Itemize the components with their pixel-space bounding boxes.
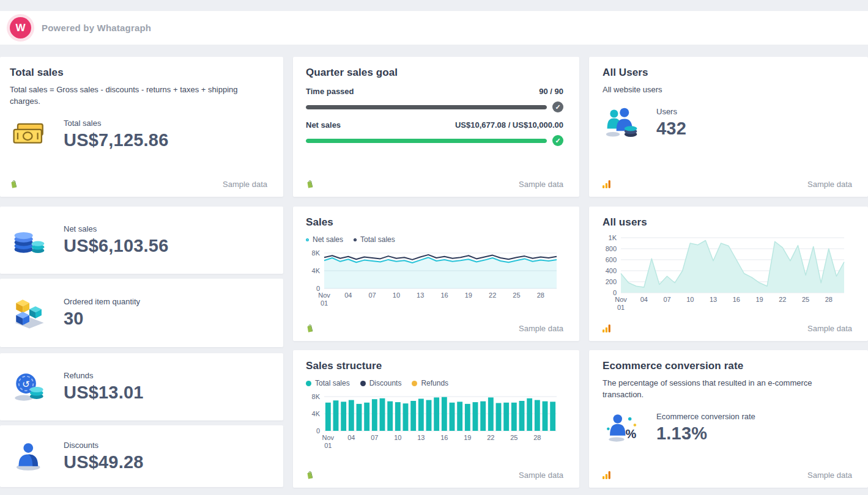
ordered-item-quantity-card: Ordered item quantity 30 [0,279,283,347]
top-header: W Powered by Whatagraph [0,11,868,45]
metric-row: Users 432 [603,103,852,142]
svg-text:28: 28 [825,296,833,303]
whatagraph-logo[interactable]: W [10,17,31,38]
column-right: All Users All website users [589,57,868,488]
svg-text:10: 10 [394,434,401,441]
shopify-bag-icon [306,471,314,480]
metric-row: Discounts US$49.28 [10,437,144,476]
card-title: Ecommerce conversion rate [603,360,852,372]
card-title: All Users [603,67,852,79]
svg-text:8K: 8K [312,251,321,257]
chart-legend: Net salesTotal sales [306,235,563,244]
analytics-bars-icon [603,324,610,332]
progress-fill [306,139,547,143]
column-middle: Quarter sales goal Time passed 90 / 90 ✓… [293,57,579,488]
card-title: Total sales [10,67,267,79]
metric-label: Discounts [64,441,144,450]
legend-item: Discounts [360,379,402,387]
shopify-bag-icon [306,180,314,189]
card-footer: Sample data [306,324,563,333]
card-title: Sales structure [306,360,563,372]
card-footer: Sample data [603,324,852,333]
shopify-bag-icon [306,324,314,333]
svg-text:07: 07 [663,296,670,303]
svg-text:4K: 4K [312,410,321,417]
dashboard-grid: Total sales Total sales = Gross sales - … [0,57,868,488]
card-footer: Sample data [10,180,267,189]
metric-row: Net sales US$6,103.56 [10,221,169,260]
svg-text:16: 16 [440,292,448,299]
refunds-card: ↺ Refunds US$13.01 [0,353,283,420]
goal-value: US$10,677.08 / US$10,000.00 [455,120,563,130]
metric-row: Ordered item quantity 30 [10,293,140,332]
svg-text:13: 13 [417,292,424,299]
legend-label: Refunds [421,379,448,387]
metric-label: Ecommerce conversion rate [656,412,755,421]
card-description: All website users [603,84,844,96]
ecommerce-conversion-card: Ecommerce conversion rate The percentage… [589,350,868,488]
svg-text:22: 22 [779,296,786,303]
check-circle-icon: ✓ [552,135,563,146]
chart-area: 04K8KNov01040710131619222528 [306,394,563,452]
legend-marker-icon [306,381,311,386]
legend-marker-icon [360,381,366,386]
svg-text:25: 25 [513,292,520,299]
card-description: The percentage of sessions that resulted… [603,378,844,401]
metric-text: Ordered item quantity 30 [64,297,140,329]
analytics-bars-icon [603,471,610,479]
legend-label: Total sales [315,379,350,387]
analytics-bars-icon [603,180,610,188]
metric-value: 30 [64,309,140,329]
progress-track [306,139,547,143]
legend-item: Refunds [412,379,448,387]
sample-data-label: Sample data [519,471,563,480]
sample-data-label: Sample data [519,324,563,333]
card-title: Quarter sales goal [306,67,563,79]
check-circle-icon: ✓ [552,101,563,112]
legend-item: Net sales [306,235,343,244]
card-footer: Sample data [306,471,563,480]
metric-label: Ordered item quantity [64,297,140,306]
svg-text:0: 0 [316,427,320,435]
time-passed-goal: Time passed 90 / 90 ✓ [306,87,563,112]
svg-text:13: 13 [710,296,717,303]
svg-text:04: 04 [344,292,352,299]
coins-stack-icon [10,221,49,260]
sales-structure-bar-chart: 04K8KNov01040710131619222528 [306,394,563,449]
column-left: Total sales Total sales = Gross sales - … [0,57,283,488]
metric-row: Total sales US$7,125.86 [10,115,267,154]
svg-text:19: 19 [465,292,472,299]
sales-line-chart: 04K8KNov01040710131619222528 [306,251,563,307]
legend-label: Net sales [313,235,343,244]
card-description: Total sales = Gross sales - discounts - … [10,84,251,108]
card-title: All users [603,216,852,229]
metric-row: ↺ Refunds US$13.01 [10,367,144,406]
logo-letter: W [15,22,25,34]
legend-item: Total sales [306,379,350,387]
quarter-sales-goal-card: Quarter sales goal Time passed 90 / 90 ✓… [293,57,579,197]
progress-fill [306,105,547,109]
legend-label: Discounts [369,379,402,387]
goal-value: 90 / 90 [539,87,563,96]
shopify-bag-icon [10,180,18,189]
powered-by-label[interactable]: Powered by Whatagraph [42,23,151,33]
sample-data-label: Sample data [807,324,852,333]
sample-data-label: Sample data [807,180,852,189]
net-sales-card: Net sales US$6,103.56 [0,207,283,274]
card-footer: Sample data [306,180,563,189]
svg-text:25: 25 [510,434,517,441]
metric-label: Users [656,107,686,116]
svg-text:200: 200 [606,278,617,285]
metric-text: Ecommerce conversion rate 1.13% [656,412,755,444]
svg-text:4K: 4K [312,267,321,274]
progress-track [306,105,547,109]
chart-legend: Total salesDiscountsRefunds [306,379,563,387]
svg-text:8K: 8K [312,394,321,400]
svg-text:01: 01 [617,304,625,311]
svg-text:01: 01 [324,442,332,449]
total-sales-card: Total sales Total sales = Gross sales - … [0,57,283,197]
svg-text:16: 16 [440,434,448,441]
conversion-person-icon: % [603,408,642,447]
person-icon [10,437,49,476]
sales-chart-card: Sales Net salesTotal sales 04K8KNov01040… [293,207,579,341]
